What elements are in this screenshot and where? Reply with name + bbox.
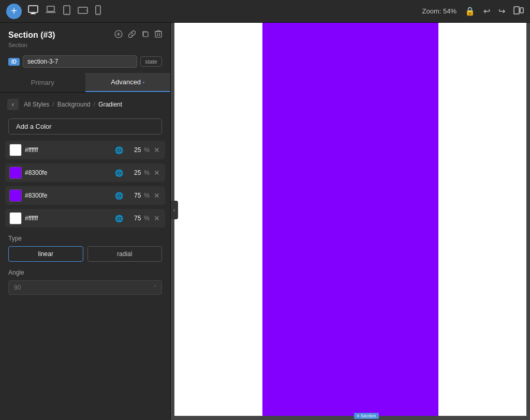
tabs-row: Primary Advanced •: [0, 73, 170, 93]
svg-point-5: [66, 13, 67, 14]
breadcrumb: ‹ All Styles / Background / Gradient: [0, 93, 170, 116]
type-radial-button[interactable]: radial: [87, 246, 163, 262]
toolbar-right: Zoom: 54% 🔒 ↩ ↪: [422, 6, 524, 17]
canvas-section: [174, 23, 526, 416]
id-input[interactable]: [23, 55, 137, 68]
angle-input[interactable]: [14, 284, 154, 291]
angle-input-row: °: [8, 280, 162, 295]
color-hex-input-1[interactable]: [25, 146, 112, 154]
globe-icon-3[interactable]: 🌐: [115, 192, 123, 200]
color-pct-input-4[interactable]: [126, 215, 141, 222]
pages-button[interactable]: [513, 6, 524, 17]
id-badge: ID: [8, 58, 20, 66]
color-swatch-4[interactable]: [9, 212, 22, 224]
color-swatch-3[interactable]: [9, 189, 22, 202]
color-hex-input-3[interactable]: [25, 192, 112, 199]
svg-rect-11: [520, 8, 523, 13]
globe-icon-2[interactable]: 🌐: [115, 169, 123, 177]
svg-rect-13: [143, 32, 148, 37]
pct-label-1: %: [144, 146, 150, 154]
canvas-right-white: [438, 23, 526, 416]
section-label-tag: ≡ Section: [354, 413, 379, 419]
duplicate-icon[interactable]: [141, 30, 150, 40]
color-rows: 🌐 % ✕ 🌐 % ✕ 🌐 % ✕: [0, 141, 170, 228]
svg-point-7: [86, 10, 87, 11]
color-swatch-1[interactable]: [9, 144, 22, 156]
add-parent-icon[interactable]: [114, 30, 123, 40]
pct-label-4: %: [144, 215, 150, 222]
lock-button[interactable]: 🔒: [465, 6, 475, 16]
breadcrumb-gradient[interactable]: Gradient: [98, 101, 122, 108]
tablet-portrait-icon[interactable]: [63, 5, 70, 18]
canvas-left-white: [174, 23, 262, 416]
color-remove-button-2[interactable]: ✕: [153, 169, 161, 177]
tab-primary[interactable]: Primary: [0, 73, 85, 92]
add-button[interactable]: +: [6, 4, 22, 19]
link-icon[interactable]: [128, 30, 136, 40]
breadcrumb-background[interactable]: Background: [57, 101, 91, 108]
pct-label-2: %: [144, 169, 150, 176]
color-pct-input-3[interactable]: [126, 192, 141, 199]
delete-icon[interactable]: [155, 30, 162, 40]
left-panel: Section (#3) Section: [0, 23, 171, 420]
tablet-landscape-icon[interactable]: [78, 6, 88, 17]
canvas-purple-section: [262, 23, 438, 416]
color-row-2: 🌐 % ✕: [5, 163, 165, 182]
section-header: Section (#3) Section: [0, 23, 170, 55]
type-label: Type: [8, 235, 162, 242]
svg-rect-3: [47, 6, 54, 11]
breadcrumb-all-styles[interactable]: All Styles: [24, 101, 49, 108]
color-pct-input-2[interactable]: [126, 169, 141, 176]
breadcrumb-sep-1: /: [52, 101, 54, 108]
zoom-label: Zoom: 54%: [422, 7, 457, 15]
mobile-icon[interactable]: [95, 5, 101, 18]
id-row: ID state: [0, 55, 170, 73]
color-row-4: 🌐 % ✕: [5, 209, 165, 228]
undo-button[interactable]: ↩: [483, 6, 490, 16]
svg-rect-0: [28, 6, 38, 12]
color-row-1: 🌐 % ✕: [5, 141, 165, 159]
angle-section: Angle °: [0, 262, 170, 302]
globe-icon-1[interactable]: 🌐: [115, 146, 123, 154]
svg-point-9: [98, 13, 99, 14]
top-toolbar: + Zoom: 54% 🔒 ↩ ↪: [0, 0, 530, 23]
type-section: Type linear radial: [0, 228, 170, 262]
color-pct-input-1[interactable]: [126, 146, 141, 154]
device-icons: [28, 5, 101, 18]
laptop-icon[interactable]: [46, 5, 56, 17]
color-hex-input-4[interactable]: [25, 215, 112, 222]
type-buttons: linear radial: [8, 246, 162, 262]
color-remove-button-1[interactable]: ✕: [153, 146, 161, 154]
section-title: Section (#3): [8, 31, 55, 40]
section-actions: [114, 30, 162, 40]
color-hex-input-2[interactable]: [25, 169, 112, 176]
canvas-area: ≡ Section: [171, 23, 530, 420]
pct-label-3: %: [144, 192, 150, 199]
main-area: Section (#3) Section: [0, 23, 530, 420]
globe-icon-4[interactable]: 🌐: [115, 215, 123, 222]
breadcrumb-sep-2: /: [94, 101, 95, 108]
breadcrumb-back-button[interactable]: ‹: [7, 99, 19, 110]
state-button[interactable]: state: [140, 56, 162, 67]
color-remove-button-4[interactable]: ✕: [153, 214, 161, 222]
add-color-button[interactable]: Add a Color: [8, 118, 162, 134]
section-subtitle: Section: [8, 42, 162, 48]
svg-rect-14: [155, 32, 161, 37]
color-swatch-2[interactable]: [9, 167, 22, 179]
type-linear-button[interactable]: linear: [8, 246, 83, 262]
color-row-3: 🌐 % ✕: [5, 186, 165, 205]
color-remove-button-3[interactable]: ✕: [153, 191, 161, 200]
panel-toggle-button[interactable]: ‹: [171, 201, 178, 219]
tab-advanced[interactable]: Advanced •: [85, 73, 171, 92]
angle-degree-symbol: °: [154, 284, 156, 291]
angle-label: Angle: [8, 269, 162, 276]
svg-rect-10: [514, 7, 519, 14]
desktop-icon[interactable]: [28, 5, 38, 17]
redo-button[interactable]: ↪: [498, 6, 505, 16]
section-title-row: Section (#3): [8, 30, 162, 40]
toolbar-left: +: [6, 4, 101, 19]
